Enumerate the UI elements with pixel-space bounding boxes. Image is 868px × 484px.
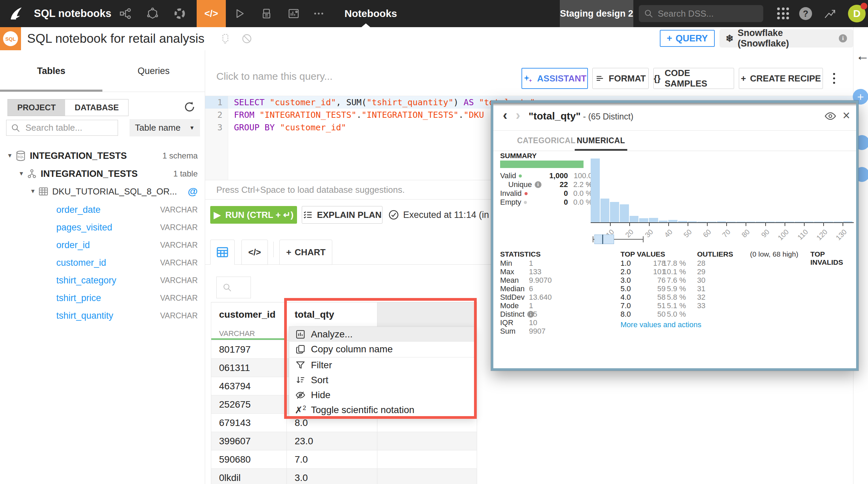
notebook-title[interactable]: SQL notebook for retail analysis: [27, 27, 204, 50]
statistics-section-label: STATISTICS: [500, 250, 540, 258]
dashboard-icon[interactable]: [281, 0, 307, 27]
eye-icon[interactable]: [824, 111, 836, 123]
table-column-item[interactable]: order_idVARCHAR: [0, 236, 205, 254]
cell-customer-id[interactable]: 463794: [211, 377, 287, 395]
menu-item-copy-column-name[interactable]: Copy column name: [289, 342, 475, 357]
tab-numerical[interactable]: NUMERICAL: [577, 136, 625, 145]
table-column-item[interactable]: order_dateVARCHAR: [0, 201, 205, 219]
cell-customer-id[interactable]: 0lkdil: [211, 469, 287, 484]
toggle-project[interactable]: PROJECT: [8, 99, 65, 116]
statistic-row: Sum9907: [500, 327, 585, 335]
more-values-link[interactable]: More values and actions: [620, 320, 701, 329]
global-search-input[interactable]: [657, 8, 753, 19]
table-column-item[interactable]: tshirt_categoryVARCHAR: [0, 272, 205, 289]
add-chart-tab[interactable]: + CHART: [279, 240, 332, 265]
table-column-item[interactable]: tshirt_quantityVARCHAR: [0, 307, 205, 324]
run-button[interactable]: ▶ RUN (CTRL + ↵): [210, 206, 297, 224]
format-button[interactable]: FORMAT: [592, 68, 649, 89]
cell-empty[interactable]: [377, 450, 477, 469]
menu-item-analyze[interactable]: Analyze...: [289, 327, 475, 342]
toggle-database[interactable]: DATABASE: [65, 99, 128, 116]
table-row[interactable]: 39960723.0: [211, 432, 477, 450]
cell-empty[interactable]: [377, 469, 477, 484]
next-column-icon[interactable]: ›: [516, 108, 520, 123]
tree-item-schema[interactable]: ▼ INTEGRATION_TESTS 1 table: [0, 166, 205, 182]
add-query-button[interactable]: + QUERY: [660, 30, 715, 47]
explain-plan-button[interactable]: EXPLAIN PLAN: [302, 206, 382, 224]
table-search[interactable]: [6, 120, 118, 136]
refresh-icon[interactable]: [183, 100, 196, 115]
cell-customer-id[interactable]: 399607: [211, 432, 287, 450]
create-recipe-button[interactable]: + CREATE RECIPE: [739, 68, 823, 89]
results-code-tab[interactable]: </>: [241, 240, 268, 265]
menu-item-toggle-scientific[interactable]: ✗2 Toggle scientific notation: [289, 403, 475, 417]
jobs-play-icon[interactable]: [226, 0, 252, 27]
column-name-link[interactable]: customer_id: [56, 258, 106, 268]
help-icon[interactable]: ?: [799, 7, 812, 20]
axis-tick: [707, 223, 708, 226]
results-filter-search[interactable]: [216, 277, 251, 298]
table-column-item[interactable]: pages_visitedVARCHAR: [0, 219, 205, 236]
tab-queries[interactable]: Queries: [102, 50, 205, 92]
tab-categorical[interactable]: CATEGORICAL: [517, 136, 575, 145]
cell-customer-id[interactable]: 801797: [211, 340, 287, 359]
info-icon[interactable]: i: [839, 34, 847, 42]
column-name-link[interactable]: tshirt_category: [56, 275, 116, 286]
table-row[interactable]: 0lkdil3.0: [211, 469, 477, 484]
cell-customer-id[interactable]: 679143: [211, 414, 287, 432]
tree-item-table[interactable]: ▼ DKU_TUTORIAL_SQL_8_OR... @: [0, 183, 205, 200]
more-actions-icon[interactable]: [829, 70, 839, 87]
more-nav-icon[interactable]: [306, 0, 332, 27]
active-tab-indicator: [0, 90, 102, 92]
caret-down-icon[interactable]: ▼: [16, 170, 26, 177]
tab-tables[interactable]: Tables: [0, 50, 102, 92]
trend-arrow-icon[interactable]: [823, 7, 836, 22]
cell-customer-id[interactable]: 061311: [211, 359, 287, 377]
project-selector[interactable]: Staging design 2: [560, 0, 633, 27]
column-header-customer-id[interactable]: customer_id: [211, 302, 287, 327]
cell-total-qty[interactable]: 7.0: [287, 450, 377, 469]
global-search[interactable]: [639, 5, 763, 22]
quick-reference-badge[interactable]: @: [188, 186, 198, 197]
table-row[interactable]: 5906807.0: [211, 450, 477, 469]
column-header-total-qty[interactable]: total_qty: [287, 302, 377, 327]
sort-dropdown[interactable]: Table name ▼: [130, 119, 200, 136]
flow-icon[interactable]: [113, 0, 138, 27]
caret-down-icon[interactable]: ▼: [5, 152, 15, 159]
catalog-icon[interactable]: [167, 0, 193, 27]
column-name-link[interactable]: tshirt_price: [56, 293, 101, 303]
caret-down-icon[interactable]: ▼: [28, 188, 38, 195]
column-name-link[interactable]: tshirt_quantity: [56, 311, 113, 321]
copy-icon[interactable]: [220, 33, 231, 45]
table-search-input[interactable]: [25, 122, 104, 133]
table-column-item[interactable]: tshirt_priceVARCHAR: [0, 289, 205, 307]
cell-total-qty[interactable]: 23.0: [287, 432, 377, 450]
disabled-clock-icon[interactable]: [241, 33, 252, 45]
cell-customer-id[interactable]: 590680: [211, 450, 287, 469]
menu-item-sort[interactable]: Sort: [289, 373, 475, 388]
cell-empty[interactable]: [377, 432, 477, 450]
assistant-button[interactable]: ASSISTANT: [521, 68, 588, 89]
cell-total-qty[interactable]: 3.0: [287, 469, 377, 484]
code-samples-button[interactable]: {} CODE SAMPLES: [653, 68, 734, 89]
menu-item-hide[interactable]: Hide: [289, 388, 475, 403]
column-name-link[interactable]: order_id: [56, 240, 90, 250]
collapse-panel-arrow-icon[interactable]: ←: [856, 48, 868, 63]
apps-grid-icon[interactable]: [777, 7, 789, 20]
prev-column-icon[interactable]: ‹: [503, 108, 507, 123]
tree-item-catalog[interactable]: ▼ SQL INTEGRATION_TESTS 1 schema: [0, 148, 205, 164]
column-name-link[interactable]: pages_visited: [56, 222, 112, 233]
results-table-tab[interactable]: [210, 240, 235, 265]
notebooks-code-tab[interactable]: </>: [197, 0, 226, 27]
connection-selector[interactable]: ❄ Snowflake (Snowflake) i: [719, 29, 853, 48]
table-column-item[interactable]: customer_idVARCHAR: [0, 254, 205, 272]
close-icon[interactable]: ×: [843, 108, 850, 123]
column-name-link[interactable]: order_date: [56, 205, 101, 215]
lab-icon[interactable]: [140, 0, 165, 27]
query-name-field[interactable]: Click to name this query...: [216, 71, 333, 82]
cell-customer-id[interactable]: 252675: [211, 395, 287, 414]
dataiku-logo-icon[interactable]: [3, 0, 28, 27]
menu-item-filter[interactable]: Filter: [289, 358, 475, 373]
modal-header: ‹ › "total_qty" - (65 Distinct) ×: [493, 103, 856, 131]
stack-icon[interactable]: [254, 0, 279, 27]
